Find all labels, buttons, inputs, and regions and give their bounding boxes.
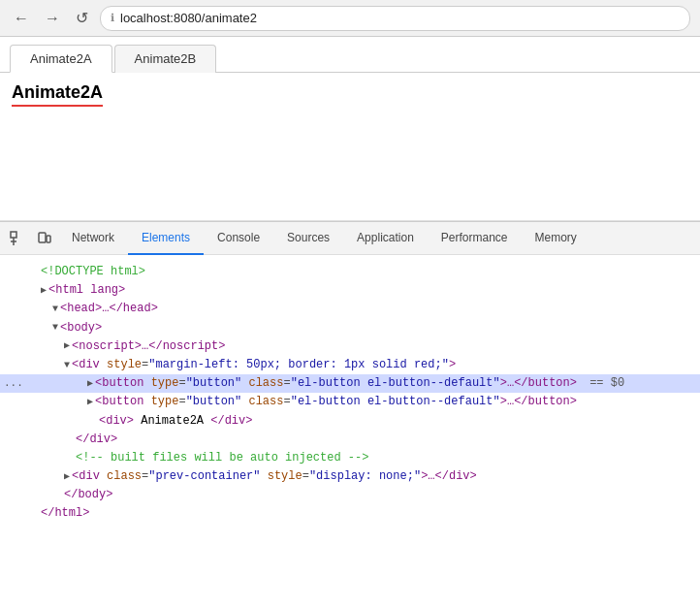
code-text xyxy=(260,467,267,486)
code-text: >…</div> xyxy=(421,467,477,486)
code-text: >…</button> xyxy=(500,374,577,393)
devtools-tab-console[interactable]: Console xyxy=(204,222,273,255)
code-text: >…</button> xyxy=(500,393,577,411)
code-text: "button" xyxy=(186,393,242,411)
code-text: <!DOCTYPE html> xyxy=(41,263,145,281)
device-toolbar-button[interactable] xyxy=(31,227,58,250)
expand-arrow[interactable]: ▼ xyxy=(52,320,58,336)
code-line-div-animate2a: <div> Animate2A </div> xyxy=(0,412,700,431)
devtools-tab-memory[interactable]: Memory xyxy=(522,222,590,255)
code-line-body-open: ▼ <body> xyxy=(0,319,700,337)
expand-arrow[interactable]: ▶ xyxy=(41,283,47,299)
url-text: localhost:8080/animate2 xyxy=(120,11,257,25)
code-text: <head>…</head> xyxy=(60,300,158,318)
devtools-tab-performance[interactable]: Performance xyxy=(428,222,522,255)
address-bar[interactable]: ℹ localhost:8080/animate2 xyxy=(100,6,690,31)
inspect-icon xyxy=(10,231,25,246)
code-text: <body> xyxy=(60,319,102,337)
code-text: type xyxy=(151,374,179,393)
page-content: Animate2A Animate2B Animate2A xyxy=(0,37,700,221)
browser-chrome: ← → ↺ ℹ localhost:8080/animate2 xyxy=(0,0,700,37)
code-text: "margin-left: 50px; border: 1px solid re… xyxy=(148,356,449,374)
code-text: class xyxy=(248,374,283,393)
code-text xyxy=(241,393,248,411)
devtools-tab-elements[interactable]: Elements xyxy=(128,222,204,255)
code-text: "el-button el-button--default" xyxy=(291,374,500,393)
code-text: <noscript>…</noscript> xyxy=(72,337,225,356)
code-text: <div xyxy=(72,356,107,374)
code-text: </div> xyxy=(76,431,117,449)
device-icon xyxy=(37,231,52,246)
expand-arrow[interactable]: ▼ xyxy=(52,302,58,317)
svg-rect-0 xyxy=(11,232,16,238)
code-text: class xyxy=(248,393,283,411)
expand-arrow[interactable]: ▶ xyxy=(87,376,93,392)
expand-arrow[interactable]: ▼ xyxy=(64,358,70,373)
eq-dollar: == $0 xyxy=(583,374,624,393)
page-tabs: Animate2A Animate2B xyxy=(0,37,700,73)
code-text: </div> xyxy=(210,412,252,431)
code-text: = xyxy=(302,467,309,486)
code-text: = xyxy=(142,356,148,374)
code-text: Animate2A xyxy=(141,412,210,431)
code-text: "display: none;" xyxy=(309,467,421,486)
code-text: <!-- built files will be auto injected -… xyxy=(76,449,368,467)
code-text: = xyxy=(178,374,185,393)
code-line-div-style: ▼ <div style="margin-left: 50px; border:… xyxy=(0,356,700,374)
code-line-html-close: </html> xyxy=(0,504,700,523)
back-button[interactable]: ← xyxy=(10,8,33,29)
devtools-tab-application[interactable]: Application xyxy=(343,222,428,255)
code-line-button-2: ▶ <button type="button" class="el-button… xyxy=(0,393,700,411)
code-line-doctype: <!DOCTYPE html> xyxy=(0,263,700,281)
code-text: = xyxy=(178,393,185,411)
expand-arrow[interactable]: ▶ xyxy=(64,338,70,354)
code-text: = xyxy=(283,393,290,411)
code-text: "el-button el-button--default" xyxy=(291,393,500,411)
code-text xyxy=(241,374,248,393)
code-text: <div xyxy=(72,467,107,486)
code-text: <div> xyxy=(99,412,141,431)
devtools-content: <!DOCTYPE html> ▶ <html lang> ▼ <head>…<… xyxy=(0,255,700,609)
reload-button[interactable]: ↺ xyxy=(72,7,92,29)
code-line-html: ▶ <html lang> xyxy=(0,281,700,300)
code-text: </body> xyxy=(64,486,112,504)
code-line-prev-container: ▶ <div class="prev-container" style="dis… xyxy=(0,467,700,486)
devtools-tabs: Network Elements Console Sources Applica… xyxy=(58,222,696,255)
code-text: type xyxy=(151,393,179,411)
code-line-noscript: ▶ <noscript>…</noscript> xyxy=(0,337,700,356)
code-text: = xyxy=(142,467,148,486)
code-text: "button" xyxy=(186,374,242,393)
page-tab-animate2a[interactable]: Animate2A xyxy=(10,45,112,73)
page-tab-animate2b[interactable]: Animate2B xyxy=(114,45,217,73)
code-text: </html> xyxy=(41,504,89,523)
code-text: > xyxy=(449,356,456,374)
code-text: <button xyxy=(95,374,151,393)
code-line-body-close: </body> xyxy=(0,486,700,504)
code-line-head: ▼ <head>…</head> xyxy=(0,300,700,318)
code-text: "prev-container" xyxy=(148,467,260,486)
expand-arrow[interactable]: ▶ xyxy=(64,469,70,485)
svg-rect-3 xyxy=(39,233,46,242)
code-text: <html lang> xyxy=(48,281,125,300)
code-text: = xyxy=(283,374,290,393)
devtools-panel: Network Elements Console Sources Applica… xyxy=(0,221,700,609)
code-line-comment: <!-- built files will be auto injected -… xyxy=(0,449,700,467)
page-body: Animate2A xyxy=(0,72,700,116)
code-line-div-close: </div> xyxy=(0,431,700,449)
devtools-tab-sources[interactable]: Sources xyxy=(273,222,343,255)
code-text: <button xyxy=(95,393,151,411)
code-text: style xyxy=(268,467,302,486)
gutter: ... xyxy=(4,375,23,393)
forward-button[interactable]: → xyxy=(41,8,64,29)
devtools-tab-network[interactable]: Network xyxy=(58,222,128,255)
expand-arrow[interactable]: ▶ xyxy=(87,395,93,410)
code-text: style xyxy=(107,356,142,374)
devtools-toolbar: Network Elements Console Sources Applica… xyxy=(0,222,700,255)
code-line-button-1[interactable]: ... ▶ <button type="button" class="el-bu… xyxy=(0,374,700,393)
code-text: class xyxy=(107,467,142,486)
svg-rect-4 xyxy=(47,236,50,242)
page-heading: Animate2A xyxy=(12,82,103,107)
line-dots: ... xyxy=(4,375,23,393)
inspect-element-button[interactable] xyxy=(4,227,31,250)
lock-icon: ℹ xyxy=(111,12,114,24)
